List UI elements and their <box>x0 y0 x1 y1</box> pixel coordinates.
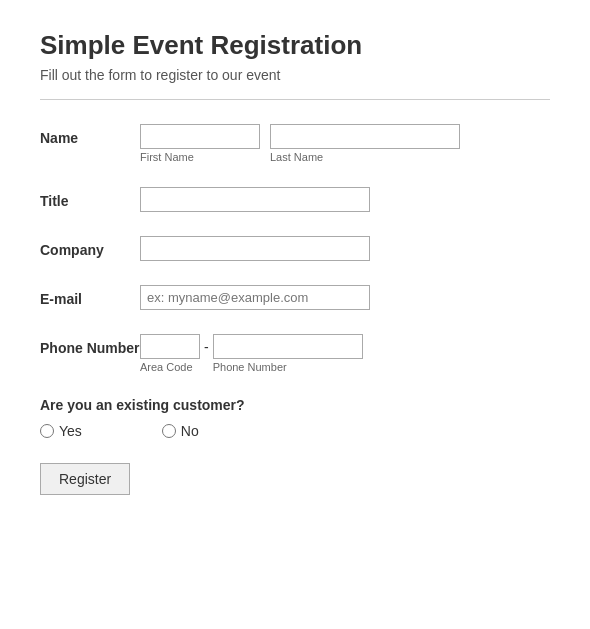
phone-row: Phone Number Area Code - Phone Number <box>40 334 550 373</box>
name-row: Name First Name Last Name <box>40 124 550 163</box>
company-row: Company <box>40 236 550 261</box>
phone-field: Area Code - Phone Number <box>140 334 363 373</box>
company-input[interactable] <box>140 236 370 261</box>
title-input[interactable] <box>140 187 370 212</box>
last-name-input[interactable] <box>270 124 460 149</box>
name-label: Name <box>40 124 140 146</box>
title-row: Title <box>40 187 550 212</box>
no-option[interactable]: No <box>162 423 199 439</box>
customer-section: Are you an existing customer? Yes No <box>40 397 550 439</box>
email-input[interactable] <box>140 285 370 310</box>
company-field <box>140 236 370 261</box>
radio-group: Yes No <box>40 423 550 439</box>
last-name-wrap: Last Name <box>270 124 460 163</box>
title-label: Title <box>40 187 140 209</box>
email-field <box>140 285 370 310</box>
email-row: E-mail <box>40 285 550 310</box>
phone-number-hint: Phone Number <box>213 361 363 373</box>
company-label: Company <box>40 236 140 258</box>
divider <box>40 99 550 100</box>
no-radio[interactable] <box>162 424 176 438</box>
page-title: Simple Event Registration <box>40 30 550 61</box>
last-name-hint: Last Name <box>270 151 460 163</box>
email-label: E-mail <box>40 285 140 307</box>
first-name-hint: First Name <box>140 151 260 163</box>
page-subtitle: Fill out the form to register to our eve… <box>40 67 550 83</box>
phone-number-wrap: Phone Number <box>213 334 363 373</box>
register-button[interactable]: Register <box>40 463 130 495</box>
first-name-input[interactable] <box>140 124 260 149</box>
phone-dash: - <box>200 334 213 355</box>
yes-radio[interactable] <box>40 424 54 438</box>
title-field <box>140 187 370 212</box>
area-code-wrap: Area Code <box>140 334 200 373</box>
phone-label: Phone Number <box>40 334 140 356</box>
yes-option[interactable]: Yes <box>40 423 82 439</box>
area-code-hint: Area Code <box>140 361 200 373</box>
customer-question: Are you an existing customer? <box>40 397 550 413</box>
phone-number-input[interactable] <box>213 334 363 359</box>
name-fields: First Name Last Name <box>140 124 460 163</box>
first-name-wrap: First Name <box>140 124 260 163</box>
area-code-input[interactable] <box>140 334 200 359</box>
no-label: No <box>181 423 199 439</box>
yes-label: Yes <box>59 423 82 439</box>
